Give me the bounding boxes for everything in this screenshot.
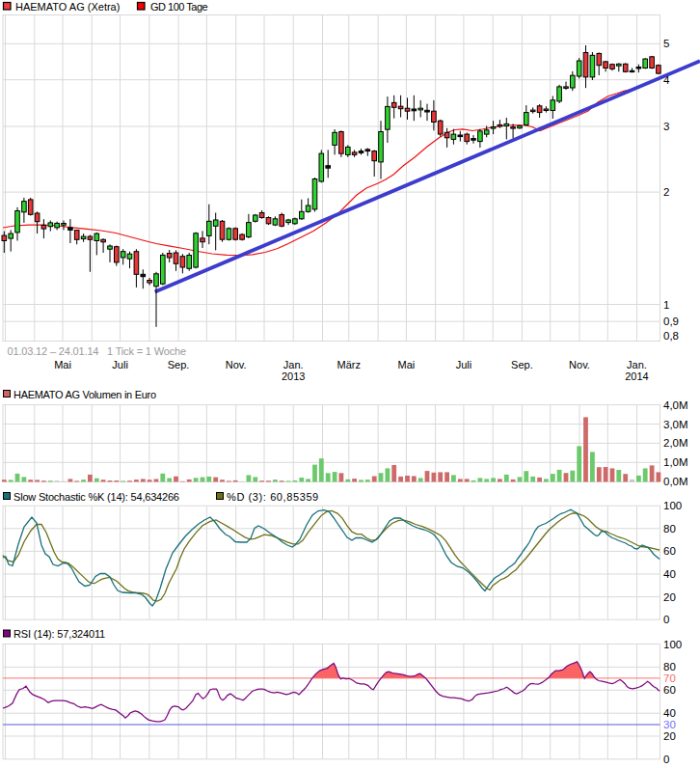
svg-text:2,0M: 2,0M <box>663 437 688 449</box>
svg-text:0,9: 0,9 <box>663 315 679 327</box>
svg-text:40: 40 <box>663 707 676 719</box>
svg-text:2013: 2013 <box>282 370 305 382</box>
svg-text:80: 80 <box>663 661 676 672</box>
svg-text:70: 70 <box>663 672 676 684</box>
svg-text:4,0M: 4,0M <box>663 399 688 411</box>
svg-text:GD 100 Tage: GD 100 Tage <box>150 1 208 13</box>
svg-text:80: 80 <box>663 523 676 535</box>
svg-text:Sep.: Sep. <box>511 359 533 370</box>
svg-text:Nov.: Nov. <box>226 359 247 370</box>
svg-text:RSI (14): 57,324011: RSI (14): 57,324011 <box>13 628 105 640</box>
svg-text:Juli: Juli <box>456 359 472 370</box>
svg-text:30: 30 <box>663 719 676 730</box>
svg-text:März: März <box>337 359 361 370</box>
svg-text:Juli: Juli <box>112 359 128 370</box>
svg-text:1: 1 <box>663 299 669 311</box>
svg-text:2: 2 <box>663 186 669 198</box>
svg-text:4: 4 <box>663 74 670 86</box>
svg-text:100: 100 <box>663 639 682 650</box>
svg-text:0,8: 0,8 <box>663 330 679 342</box>
svg-text:40: 40 <box>663 568 676 580</box>
svg-text:Mai: Mai <box>398 359 416 370</box>
svg-text:%D (3): 60,85359: %D (3): 60,85359 <box>227 491 319 503</box>
svg-text:3: 3 <box>663 121 669 132</box>
svg-text:3,0M: 3,0M <box>663 419 688 430</box>
svg-text:0: 0 <box>663 614 669 625</box>
svg-text:60: 60 <box>663 545 676 557</box>
svg-text:0: 0 <box>663 754 669 765</box>
svg-text:Mai: Mai <box>54 359 71 370</box>
svg-text:1,0M: 1,0M <box>663 456 688 468</box>
svg-text:60: 60 <box>663 684 676 696</box>
svg-text:5: 5 <box>663 38 669 49</box>
svg-text:0,0M: 0,0M <box>663 476 688 487</box>
svg-text:01.03.12 – 24.01.14 1 Tick =: 01.03.12 – 24.01.14 1 Tick = 1 Woche <box>8 345 186 357</box>
svg-text:Jan.: Jan. <box>627 359 647 370</box>
svg-text:HAEMATO AG (Xetra): HAEMATO AG (Xetra) <box>15 1 120 13</box>
svg-text:100: 100 <box>663 500 682 511</box>
svg-text:Sep.: Sep. <box>168 359 190 370</box>
svg-text:Slow Stochastic %K (14): 54,63: Slow Stochastic %K (14): 54,634266 <box>13 491 179 503</box>
svg-text:20: 20 <box>663 730 676 742</box>
svg-text:HAEMATO AG Volumen in Euro: HAEMATO AG Volumen in Euro <box>13 389 156 400</box>
svg-text:20: 20 <box>663 591 676 603</box>
svg-text:Nov.: Nov. <box>569 359 590 370</box>
svg-text:2014: 2014 <box>625 370 648 382</box>
svg-text:Jan.: Jan. <box>283 359 304 370</box>
